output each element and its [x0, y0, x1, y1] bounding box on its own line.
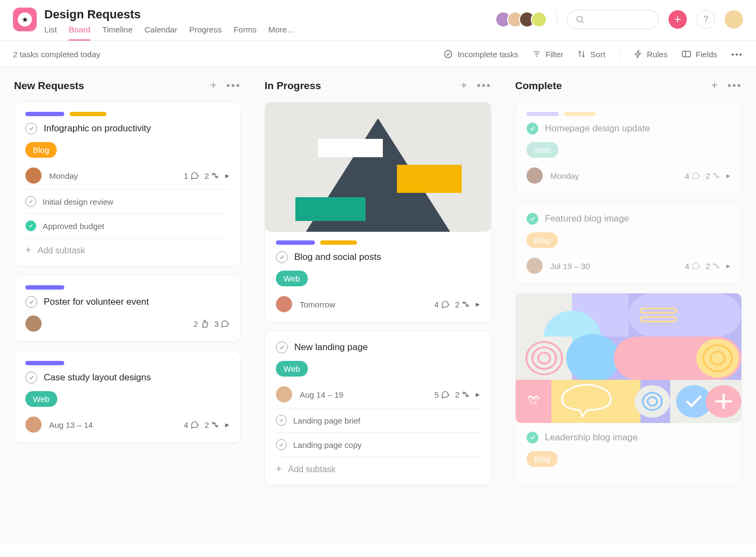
comment-count[interactable]: 5 [434, 390, 449, 399]
search-icon [575, 15, 585, 24]
fields-button[interactable]: Fields [681, 50, 717, 59]
subtask-count[interactable]: 2 [205, 171, 220, 180]
avatar[interactable] [531, 11, 547, 28]
complete-check[interactable] [25, 123, 37, 135]
subtask-row[interactable]: Landing page copy [276, 433, 480, 457]
comment-count[interactable]: 3 [214, 319, 230, 328]
assignee-avatar[interactable] [526, 258, 543, 274]
tag-web[interactable]: Web [526, 142, 558, 158]
assignee-avatar[interactable] [276, 386, 292, 402]
column-menu[interactable]: ••• [226, 79, 241, 92]
comment-count[interactable]: 4 [685, 261, 700, 271]
assignee-avatar[interactable] [276, 296, 292, 312]
member-avatars[interactable] [495, 11, 547, 28]
complete-check[interactable] [526, 123, 538, 135]
complete-check[interactable] [526, 432, 538, 444]
assignee-avatar[interactable] [25, 417, 42, 433]
tag-web[interactable]: Web [276, 361, 308, 377]
tag-web[interactable]: Web [276, 271, 308, 286]
chevron-right-icon[interactable]: ▸ [225, 171, 230, 180]
project-icon[interactable]: ★ [13, 8, 37, 31]
like-count[interactable]: 2 [193, 319, 208, 328]
complete-check[interactable] [276, 341, 288, 353]
tag-blog[interactable]: Blog [526, 232, 558, 248]
pill [564, 112, 596, 116]
pill [25, 285, 64, 290]
complete-check[interactable] [276, 415, 287, 426]
filter-button[interactable]: Filter [532, 50, 563, 59]
search-input[interactable] [567, 10, 659, 29]
add-card-button[interactable]: + [210, 79, 217, 92]
check-circle-icon [443, 49, 453, 59]
tab-forms[interactable]: Forms [233, 25, 256, 41]
comment-icon [441, 300, 450, 308]
comment-count[interactable]: 4 [434, 300, 449, 309]
tab-timeline[interactable]: Timeline [102, 25, 132, 41]
more-button[interactable]: ••• [731, 50, 743, 59]
assignee-avatar[interactable] [526, 167, 543, 184]
subtask-count[interactable]: 2 [706, 171, 721, 180]
tag-web[interactable]: Web [25, 391, 57, 407]
subtask-count[interactable]: 2 [455, 390, 470, 399]
subtask-row[interactable]: Initial design review [25, 190, 230, 214]
subtask-row[interactable]: Approved budget [25, 214, 230, 238]
task-card[interactable]: Poster for volunteer event 2 3 [14, 275, 241, 342]
add-button[interactable]: + [669, 10, 687, 29]
chevron-right-icon[interactable]: ▸ [476, 390, 480, 399]
chevron-right-icon[interactable]: ▸ [726, 171, 731, 180]
subtask-count[interactable]: 2 [205, 420, 220, 430]
tab-progress[interactable]: Progress [189, 25, 221, 41]
complete-check[interactable] [25, 220, 36, 231]
help-button[interactable]: ? [697, 10, 715, 29]
column-menu[interactable]: ••• [477, 79, 491, 92]
checkmark-icon [279, 418, 284, 423]
tab-list[interactable]: List [44, 25, 57, 41]
add-subtask-button[interactable]: + Add subtask [276, 457, 480, 475]
subtask-row[interactable]: Landing page brief [276, 408, 480, 433]
assignee-avatar[interactable] [25, 167, 42, 184]
tag-blog[interactable]: Blog [25, 142, 57, 158]
task-card[interactable]: Blog and social posts Web Tomorrow 4 2 ▸ [265, 102, 491, 323]
chevron-right-icon[interactable]: ▸ [225, 420, 230, 430]
complete-check[interactable] [276, 439, 287, 450]
assignee-avatar[interactable] [25, 316, 42, 332]
complete-check[interactable] [276, 251, 288, 263]
task-card[interactable]: New landing page Web Aug 14 – 19 5 2 ▸ L… [265, 331, 491, 485]
me-avatar[interactable] [725, 10, 743, 29]
comment-count[interactable]: 1 [184, 171, 199, 180]
thumbs-up-icon [200, 319, 209, 328]
incomplete-filter[interactable]: Incomplete tasks [443, 49, 518, 59]
chevron-right-icon[interactable]: ▸ [726, 261, 731, 271]
subtask-count[interactable]: 2 [706, 261, 721, 271]
tag-blog[interactable]: Blog [526, 451, 558, 467]
task-card[interactable]: Homepage design update Web Monday 4 2 ▸ [515, 102, 742, 194]
filter-icon [532, 50, 541, 58]
subtask-count[interactable]: 2 [455, 300, 470, 309]
add-card-button[interactable]: + [461, 79, 467, 92]
sort-button[interactable]: Sort [577, 50, 605, 59]
svg-rect-15 [516, 337, 572, 380]
tab-more[interactable]: More… [268, 25, 295, 41]
add-subtask-button[interactable]: + Add subtask [25, 238, 230, 256]
complete-check[interactable] [25, 372, 37, 384]
chevron-right-icon[interactable]: ▸ [476, 299, 480, 309]
task-card[interactable]: ☆ Leadership blog image Bl [515, 293, 742, 485]
svg-text:☆: ☆ [528, 394, 539, 407]
column-menu[interactable]: ••• [727, 79, 742, 92]
fields-icon [681, 50, 691, 58]
bolt-icon [634, 50, 643, 58]
tab-board[interactable]: Board [69, 25, 90, 41]
comment-count[interactable]: 4 [685, 171, 700, 180]
tab-calendar[interactable]: Calendar [145, 25, 178, 41]
complete-check[interactable] [25, 296, 37, 308]
rules-button[interactable]: Rules [634, 50, 667, 59]
subtask-title: Initial design review [43, 197, 113, 206]
task-title: Blog and social posts [294, 252, 381, 263]
task-card[interactable]: Featured blog image Blog Jul 19 – 30 4 2… [515, 203, 742, 284]
add-card-button[interactable]: + [711, 79, 718, 92]
complete-check[interactable] [25, 196, 36, 207]
task-card[interactable]: Case study layout designs Web Aug 13 – 1… [14, 351, 241, 443]
complete-check[interactable] [526, 213, 538, 225]
task-card[interactable]: Infographic on productivity Blog Monday … [14, 102, 241, 266]
comment-count[interactable]: 4 [184, 420, 199, 430]
